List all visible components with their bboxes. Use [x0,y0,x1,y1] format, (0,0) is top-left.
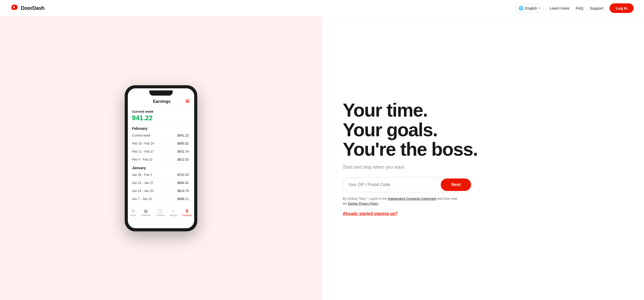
bottom-nav-schedule[interactable]: ▦ Schedule [141,209,151,217]
week-label: Current week [132,134,150,137]
week-label: Feb 4 - Feb 10 [132,158,152,161]
screen-title: Earnings [138,99,185,104]
phone-notch-bar [128,88,194,96]
faq-link[interactable]: FAQ [576,6,583,10]
bottom-nav-earnings[interactable]: $ Earnings [183,209,192,217]
phone-notch [149,90,173,96]
zip-input[interactable] [343,177,440,192]
already-signing-link[interactable]: Already started signing up? [343,211,398,216]
navbar-right: 🌐 English ▾ Learn more FAQ Support Log I… [515,3,634,13]
week-amount: $812.33 › [177,158,190,161]
table-row: Feb 18 - Feb 24 $800.32 › [132,140,190,148]
ratings-icon: ☆ [172,209,175,213]
contractor-agreement-link[interactable]: Independent Contractor Agreement [388,197,436,201]
week-amount: $800.32 › [177,142,190,145]
divider-1 [132,124,190,124]
signup-form: Next [343,177,472,192]
chevron-right-icon: › [189,142,190,145]
terms-text: By clicking "Next," I agree to the Indep… [343,196,462,206]
language-label: English [525,6,537,10]
table-row: Jan 7 - Jan 13 $688.11 › [132,195,190,203]
ratings-label: Ratings [169,214,177,217]
current-week-label: Current week [132,110,190,113]
login-button[interactable]: Log In [610,3,634,13]
chevron-right-icon: › [189,134,190,137]
month-january: January [132,166,190,170]
table-row: Jan 21 - Jan 27 $684.32 › [132,179,190,187]
bank-icon: 🏛 [185,99,190,104]
phone-inner: Earnings 🏛 Current week 941.22 February … [128,88,194,228]
left-panel: Earnings 🏛 Current week 941.22 February … [0,17,322,300]
privacy-policy-link[interactable]: Dasher Privacy Policy [348,202,378,205]
hero-line1: Your time. [343,100,428,120]
week-label: Feb 18 - Feb 24 [132,142,154,145]
phone-mockup: Earnings 🏛 Current week 941.22 February … [125,85,197,231]
logo-text: DoorDash [21,5,45,11]
week-amount: $688.11 › [177,197,190,201]
chevron-right-icon: › [189,174,190,176]
week-amount: $684.32 › [177,181,190,185]
right-content: Your time. Your goals. You're the boss. … [343,101,478,216]
hero-headline: Your time. Your goals. You're the boss. [343,101,478,159]
earnings-icon: $ [186,209,188,213]
screen-header: Earnings 🏛 [128,96,194,106]
dash-label: Dash [130,214,136,217]
support-link[interactable]: Support [590,6,603,10]
chevron-right-icon: › [189,182,190,184]
schedule-label: Schedule [141,214,151,217]
logo-area: DoorDash [10,4,45,13]
next-button[interactable]: Next [441,178,471,191]
month-february: February [132,126,190,131]
account-label: Account [156,214,164,217]
current-week-amount: 941.22 [132,114,190,122]
hero-line3: You're the boss. [343,139,478,160]
table-row: Current week $941.22 › [132,132,190,140]
chevron-right-icon: › [189,158,190,161]
chevron-down-icon: ▾ [539,7,540,10]
navbar: DoorDash 🌐 English ▾ Learn more FAQ Supp… [0,0,644,17]
chevron-right-icon: › [189,190,190,192]
bottom-nav-dash[interactable]: ⊙ Dash [130,209,136,217]
right-panel: Your time. Your goals. You're the boss. … [322,17,644,300]
week-label: Feb 11 - Feb 17 [132,150,154,153]
bottom-nav-account[interactable]: ◯ Account [156,209,164,217]
table-row: Feb 4 - Feb 10 $812.33 › [132,156,190,164]
chevron-right-icon: › [189,198,190,201]
hero-subtitle: Start and stop when you want [343,165,478,170]
phone-bottom-nav: ⊙ Dash ▦ Schedule ◯ Account ☆ [128,206,194,219]
schedule-icon: ▦ [144,209,148,213]
week-label: Jan 14 - Jan 20 [132,189,153,193]
language-selector[interactable]: 🌐 English ▾ [515,4,543,12]
table-row: Jan 14 - Jan 20 $814.75 › [132,187,190,195]
chevron-right-icon: › [189,150,190,153]
table-row: Feb 11 - Feb 17 $632.74 › [132,148,190,156]
account-icon: ◯ [158,209,162,213]
table-row: Jan 28 - Feb 3 $722.53 › [132,171,190,179]
globe-icon: 🌐 [519,6,524,11]
main-container: Earnings 🏛 Current week 941.22 February … [0,0,644,300]
week-amount: $814.75 › [177,189,190,193]
dash-icon: ⊙ [131,209,135,213]
bottom-nav-ratings[interactable]: ☆ Ratings [169,209,177,217]
earnings-label: Earnings [183,214,192,217]
week-amount: $632.74 › [177,150,190,153]
earnings-section: Current week 941.22 February Current wee… [128,106,194,206]
terms-suffix: . [379,202,380,205]
terms-prefix: By clicking "Next," I agree to the [343,197,388,201]
svg-point-0 [13,6,15,8]
week-label: Jan 28 - Feb 3 [132,173,152,177]
hero-line2: Your goals. [343,119,437,140]
week-label: Jan 7 - Jan 13 [132,197,152,201]
week-amount: $722.53 › [177,173,190,177]
learn-more-link[interactable]: Learn more [550,6,570,10]
week-label: Jan 21 - Jan 27 [132,181,153,185]
phone-screen: Earnings 🏛 Current week 941.22 February … [128,96,194,219]
week-amount: $941.22 › [177,134,190,137]
doordash-logo-icon [10,4,19,13]
